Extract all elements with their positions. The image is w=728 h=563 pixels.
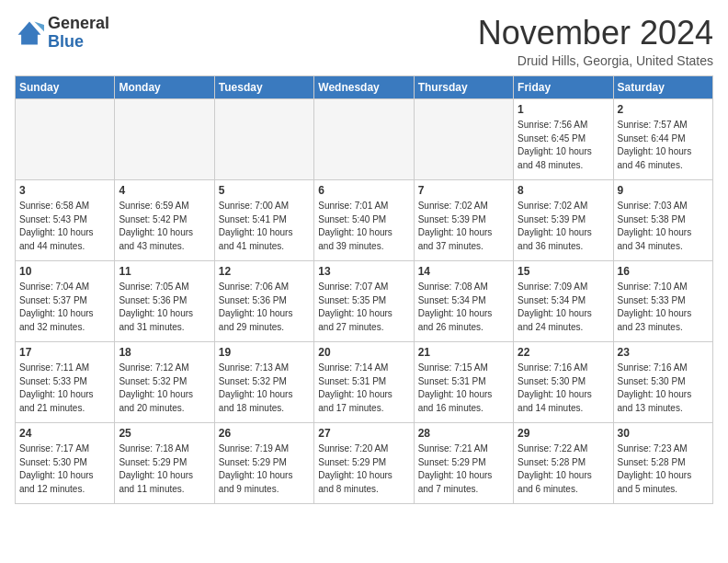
calendar-cell: 30Sunrise: 7:23 AMSunset: 5:28 PMDayligh… — [613, 422, 712, 503]
day-info: Sunrise: 7:56 AMSunset: 6:45 PMDaylight:… — [518, 119, 609, 172]
day-info: Sunrise: 7:01 AMSunset: 5:40 PMDaylight:… — [318, 200, 409, 253]
calendar-cell: 22Sunrise: 7:16 AMSunset: 5:30 PMDayligh… — [514, 341, 613, 422]
day-number: 6 — [318, 183, 409, 199]
day-info: Sunrise: 7:05 AMSunset: 5:36 PMDaylight:… — [119, 281, 210, 334]
day-number: 10 — [19, 264, 110, 280]
calendar-cell: 15Sunrise: 7:09 AMSunset: 5:34 PMDayligh… — [514, 260, 613, 341]
svg-marker-0 — [18, 21, 41, 44]
day-number: 12 — [219, 264, 310, 280]
day-number: 17 — [19, 345, 110, 361]
day-number: 13 — [318, 264, 409, 280]
day-info: Sunrise: 7:12 AMSunset: 5:32 PMDaylight:… — [119, 362, 210, 415]
day-info: Sunrise: 7:06 AMSunset: 5:36 PMDaylight:… — [219, 281, 310, 334]
weekday-header-friday: Friday — [514, 75, 613, 98]
weekday-header-sunday: Sunday — [16, 75, 115, 98]
calendar-cell: 7Sunrise: 7:02 AMSunset: 5:39 PMDaylight… — [414, 179, 513, 260]
calendar-cell: 1Sunrise: 7:56 AMSunset: 6:45 PMDaylight… — [514, 98, 613, 179]
calendar-cell: 6Sunrise: 7:01 AMSunset: 5:40 PMDaylight… — [314, 179, 414, 260]
day-number: 3 — [19, 183, 110, 199]
day-info: Sunrise: 7:18 AMSunset: 5:29 PMDaylight:… — [119, 442, 210, 496]
weekday-header-saturday: Saturday — [613, 75, 712, 98]
calendar-cell — [414, 98, 513, 179]
calendar-cell: 14Sunrise: 7:08 AMSunset: 5:34 PMDayligh… — [414, 260, 513, 341]
day-info: Sunrise: 7:08 AMSunset: 5:34 PMDaylight:… — [418, 281, 509, 334]
day-info: Sunrise: 7:57 AMSunset: 6:44 PMDaylight:… — [618, 119, 709, 172]
calendar-cell: 19Sunrise: 7:13 AMSunset: 5:32 PMDayligh… — [214, 341, 313, 422]
logo-text: General Blue — [48, 15, 109, 52]
logo-icon — [15, 18, 44, 48]
day-info: Sunrise: 7:03 AMSunset: 5:38 PMDaylight:… — [618, 200, 709, 253]
day-number: 5 — [219, 183, 310, 199]
day-info: Sunrise: 7:10 AMSunset: 5:33 PMDaylight:… — [618, 281, 709, 334]
calendar-week-row: 1Sunrise: 7:56 AMSunset: 6:45 PMDaylight… — [16, 98, 713, 179]
day-number: 9 — [618, 183, 709, 199]
day-number: 15 — [518, 264, 609, 280]
calendar-cell: 3Sunrise: 6:58 AMSunset: 5:43 PMDaylight… — [16, 179, 115, 260]
day-info: Sunrise: 6:59 AMSunset: 5:42 PMDaylight:… — [119, 200, 210, 253]
day-number: 7 — [418, 183, 509, 199]
day-info: Sunrise: 7:02 AMSunset: 5:39 PMDaylight:… — [418, 200, 509, 253]
calendar-cell: 24Sunrise: 7:17 AMSunset: 5:30 PMDayligh… — [16, 422, 115, 503]
day-info: Sunrise: 7:09 AMSunset: 5:34 PMDaylight:… — [518, 281, 609, 334]
calendar-cell — [314, 98, 414, 179]
calendar-cell: 25Sunrise: 7:18 AMSunset: 5:29 PMDayligh… — [115, 422, 214, 503]
calendar-week-row: 10Sunrise: 7:04 AMSunset: 5:37 PMDayligh… — [16, 260, 713, 341]
calendar-cell: 9Sunrise: 7:03 AMSunset: 5:38 PMDaylight… — [613, 179, 712, 260]
day-info: Sunrise: 7:07 AMSunset: 5:35 PMDaylight:… — [318, 281, 409, 334]
weekday-header-thursday: Thursday — [414, 75, 513, 98]
calendar-cell: 5Sunrise: 7:00 AMSunset: 5:41 PMDaylight… — [214, 179, 313, 260]
title-block: November 2024 Druid Hills, Georgia, Unit… — [478, 15, 713, 68]
day-number: 28 — [418, 426, 509, 442]
day-info: Sunrise: 7:23 AMSunset: 5:28 PMDaylight:… — [618, 442, 709, 496]
calendar-table: SundayMondayTuesdayWednesdayThursdayFrid… — [15, 75, 713, 504]
day-info: Sunrise: 6:58 AMSunset: 5:43 PMDaylight:… — [19, 200, 110, 253]
day-info: Sunrise: 7:22 AMSunset: 5:28 PMDaylight:… — [518, 442, 609, 496]
calendar-cell: 2Sunrise: 7:57 AMSunset: 6:44 PMDaylight… — [613, 98, 712, 179]
day-info: Sunrise: 7:02 AMSunset: 5:39 PMDaylight:… — [518, 200, 609, 253]
day-info: Sunrise: 7:04 AMSunset: 5:37 PMDaylight:… — [19, 281, 110, 334]
calendar-cell: 10Sunrise: 7:04 AMSunset: 5:37 PMDayligh… — [16, 260, 115, 341]
day-number: 1 — [518, 102, 609, 118]
day-info: Sunrise: 7:16 AMSunset: 5:30 PMDaylight:… — [518, 362, 609, 415]
calendar-cell — [214, 98, 313, 179]
page-header: General Blue November 2024 Druid Hills, … — [15, 15, 713, 68]
calendar-cell: 29Sunrise: 7:22 AMSunset: 5:28 PMDayligh… — [514, 422, 613, 503]
logo-blue-text: Blue — [48, 33, 109, 52]
day-number: 16 — [618, 264, 709, 280]
day-number: 19 — [219, 345, 310, 361]
day-info: Sunrise: 7:13 AMSunset: 5:32 PMDaylight:… — [219, 362, 310, 415]
calendar-cell: 8Sunrise: 7:02 AMSunset: 5:39 PMDaylight… — [514, 179, 613, 260]
day-info: Sunrise: 7:14 AMSunset: 5:31 PMDaylight:… — [318, 362, 409, 415]
day-number: 8 — [518, 183, 609, 199]
logo-general-text: General — [48, 15, 109, 33]
calendar-cell: 16Sunrise: 7:10 AMSunset: 5:33 PMDayligh… — [613, 260, 712, 341]
day-info: Sunrise: 7:20 AMSunset: 5:29 PMDaylight:… — [318, 442, 409, 496]
day-number: 21 — [418, 345, 509, 361]
calendar-cell — [16, 98, 115, 179]
calendar-header-row: SundayMondayTuesdayWednesdayThursdayFrid… — [16, 75, 713, 98]
day-number: 25 — [119, 426, 210, 442]
day-number: 4 — [119, 183, 210, 199]
calendar-cell: 17Sunrise: 7:11 AMSunset: 5:33 PMDayligh… — [16, 341, 115, 422]
day-info: Sunrise: 7:15 AMSunset: 5:31 PMDaylight:… — [418, 362, 509, 415]
calendar-cell — [115, 98, 214, 179]
location-text: Druid Hills, Georgia, United States — [478, 53, 713, 68]
day-info: Sunrise: 7:00 AMSunset: 5:41 PMDaylight:… — [219, 200, 310, 253]
calendar-cell: 20Sunrise: 7:14 AMSunset: 5:31 PMDayligh… — [314, 341, 414, 422]
day-info: Sunrise: 7:11 AMSunset: 5:33 PMDaylight:… — [19, 362, 110, 415]
calendar-cell: 26Sunrise: 7:19 AMSunset: 5:29 PMDayligh… — [214, 422, 313, 503]
day-number: 22 — [518, 345, 609, 361]
day-info: Sunrise: 7:21 AMSunset: 5:29 PMDaylight:… — [418, 442, 509, 496]
month-title: November 2024 — [478, 15, 713, 52]
calendar-cell: 28Sunrise: 7:21 AMSunset: 5:29 PMDayligh… — [414, 422, 513, 503]
calendar-week-row: 3Sunrise: 6:58 AMSunset: 5:43 PMDaylight… — [16, 179, 713, 260]
calendar-week-row: 17Sunrise: 7:11 AMSunset: 5:33 PMDayligh… — [16, 341, 713, 422]
day-info: Sunrise: 7:17 AMSunset: 5:30 PMDaylight:… — [19, 442, 110, 496]
calendar-week-row: 24Sunrise: 7:17 AMSunset: 5:30 PMDayligh… — [16, 422, 713, 503]
day-info: Sunrise: 7:16 AMSunset: 5:30 PMDaylight:… — [618, 362, 709, 415]
calendar-cell: 12Sunrise: 7:06 AMSunset: 5:36 PMDayligh… — [214, 260, 313, 341]
day-number: 20 — [318, 345, 409, 361]
weekday-header-monday: Monday — [115, 75, 214, 98]
day-number: 23 — [618, 345, 709, 361]
weekday-header-wednesday: Wednesday — [314, 75, 414, 98]
